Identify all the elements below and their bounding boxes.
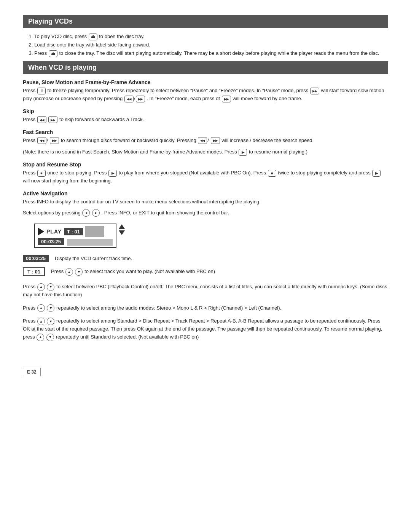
section1-title: Playing VCDs bbox=[28, 18, 73, 25]
down-btn-audio bbox=[47, 304, 54, 312]
right-btn bbox=[92, 209, 100, 217]
play-icon1 bbox=[239, 149, 247, 156]
control-bar-container: PLAY T : 01 00:03:25 bbox=[34, 224, 388, 248]
subsection-stop-text: Press once to stop playing. Press to pla… bbox=[23, 169, 388, 185]
time-display-row: 00:03:25 Display the VCD current track t… bbox=[23, 255, 388, 262]
subsection-skip-title: Skip bbox=[23, 108, 388, 114]
down-btn-repeat2 bbox=[46, 334, 54, 341]
control-bar-row1: PLAY T : 01 bbox=[38, 226, 113, 237]
down-btn-pbc bbox=[47, 283, 54, 291]
ff-icon6 bbox=[211, 137, 220, 144]
note-para: (Note: there is no sound in Fast Search,… bbox=[23, 148, 388, 156]
para1: Press to select between PBC (Playback Co… bbox=[23, 283, 388, 299]
subsection-fastsearch-text: Press / to search through discs forward … bbox=[23, 137, 388, 145]
up-btn-pbc bbox=[37, 283, 45, 291]
up-down-arrows bbox=[119, 224, 125, 236]
left-btn bbox=[82, 209, 90, 217]
pause-icon bbox=[37, 88, 46, 94]
track-badge: T : 01 bbox=[64, 228, 83, 235]
subsection-nav-text2: Select options by pressing . Press INFO,… bbox=[23, 209, 388, 217]
rew-icon4 bbox=[198, 137, 207, 144]
ff-icon1 bbox=[310, 88, 319, 94]
subsection-skip-text: Press to skip forwards or backwards a Tr… bbox=[23, 116, 388, 124]
track-desc-text: to select track you want to play. (Not a… bbox=[84, 268, 215, 274]
rew-icon2 bbox=[37, 116, 46, 123]
play-triangle-icon bbox=[38, 228, 44, 235]
subsection-stop-title: Stop and Resume Stop bbox=[23, 161, 388, 168]
section2-title: When VCD is playing bbox=[28, 64, 97, 71]
progress-bar-bottom bbox=[67, 239, 113, 246]
control-bar-row2: 00:03:25 bbox=[38, 238, 113, 246]
step3: Press to close the tray. The disc will s… bbox=[34, 49, 388, 58]
t-badge: T : 01 bbox=[23, 267, 45, 276]
down-btn-track bbox=[75, 268, 83, 276]
subsection-nav-text1: Press INFO to display the control bar on… bbox=[23, 198, 388, 206]
step2: Load disc onto the tray with label side … bbox=[34, 41, 388, 49]
subsection-nav: Active Navigation Press INFO to display … bbox=[23, 190, 388, 217]
ff-icon5 bbox=[50, 137, 59, 144]
up-btn-repeat2 bbox=[37, 334, 44, 341]
subsection-pause: Pause, Slow Motion and Frame-by-Frame Ad… bbox=[23, 79, 388, 103]
play-icon2 bbox=[108, 170, 117, 177]
progress-bar bbox=[85, 226, 104, 237]
subsection-pause-title: Pause, Slow Motion and Frame-by-Frame Ad… bbox=[23, 79, 388, 85]
subsection-skip: Skip Press to skip forwards or backwards… bbox=[23, 108, 388, 124]
eject-button-icon bbox=[89, 34, 97, 40]
step1: To play VCD disc, press to open the disc… bbox=[34, 32, 388, 41]
subsection-nav-title: Active Navigation bbox=[23, 190, 388, 197]
t-display-row: T : 01 Press to select track you want to… bbox=[23, 267, 388, 276]
up-btn-repeat bbox=[37, 318, 45, 325]
page-footer: E 32 bbox=[23, 368, 41, 376]
play-icon3 bbox=[372, 170, 381, 177]
eject-button-icon2 bbox=[49, 50, 57, 57]
down-btn-repeat bbox=[47, 318, 54, 325]
press-label: Press bbox=[51, 268, 64, 274]
play-label: PLAY bbox=[46, 228, 62, 235]
steps-list: To play VCD disc, press to open the disc… bbox=[34, 32, 388, 58]
stop-icon2 bbox=[268, 170, 276, 177]
para2: Press repeatedly to select among the aud… bbox=[23, 304, 388, 312]
rew-icon1 bbox=[124, 96, 134, 102]
subsection-fastsearch: Fast Search Press / to search through di… bbox=[23, 129, 388, 145]
up-arrow-icon bbox=[119, 224, 125, 229]
ff-icon2 bbox=[136, 96, 145, 102]
up-btn-audio bbox=[37, 304, 45, 312]
ff-icon4 bbox=[48, 116, 57, 123]
subsection-pause-text: Press to freeze playing temporarily. Pre… bbox=[23, 87, 388, 103]
subsection-fastsearch-title: Fast Search bbox=[23, 129, 388, 135]
stop-icon1 bbox=[37, 170, 46, 177]
control-bar: PLAY T : 01 00:03:25 bbox=[34, 224, 116, 248]
rew-icon3 bbox=[37, 137, 46, 144]
down-arrow-icon bbox=[119, 230, 125, 235]
track-desc: Press to select track you want to play. … bbox=[51, 268, 215, 276]
subsection-stop: Stop and Resume Stop Press once to stop … bbox=[23, 161, 388, 185]
time-display-badge: 00:03:25 bbox=[23, 255, 49, 262]
section1-header: Playing VCDs bbox=[23, 15, 388, 28]
para3: Press repeatedly to select among Standar… bbox=[23, 317, 388, 341]
ff-icon3 bbox=[222, 96, 231, 102]
time-display-desc: Display the VCD current track time. bbox=[55, 256, 132, 261]
up-btn-track bbox=[65, 268, 73, 276]
time-badge: 00:03:25 bbox=[38, 238, 64, 245]
section2-header: When VCD is playing bbox=[23, 61, 388, 74]
